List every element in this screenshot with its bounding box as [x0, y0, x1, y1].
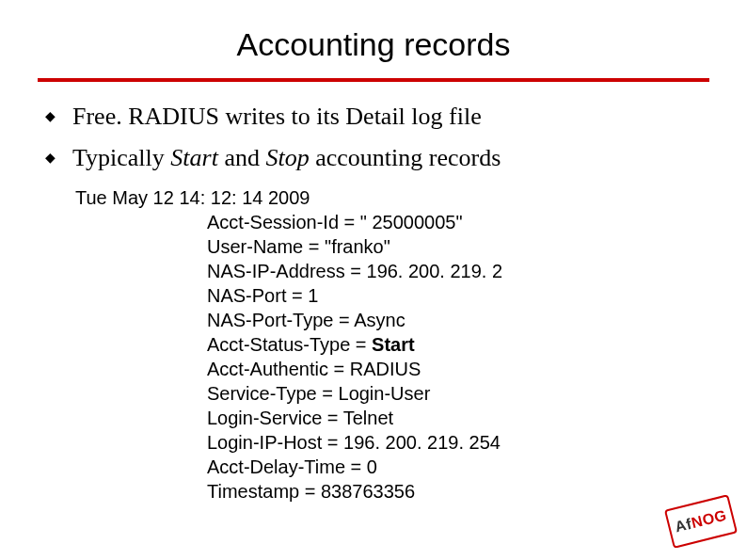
- record-body: Acct-Session-Id = " 25000005" User-Name …: [75, 210, 709, 504]
- bullet2-mid: and: [218, 144, 266, 171]
- bullet-text: Free. RADIUS writes to its Detail log fi…: [72, 103, 482, 131]
- bullet2-start: Start: [170, 144, 218, 171]
- bullet-list: ◆ Free. RADIUS writes to its Detail log …: [38, 103, 709, 172]
- record-line: Login-Service = Telnet: [207, 406, 709, 430]
- record-line: Login-IP-Host = 196. 200. 219. 254: [207, 430, 709, 455]
- bullet-item: ◆ Typically Start and Stop accounting re…: [45, 144, 709, 172]
- bullet2-stop: Stop: [265, 144, 309, 171]
- record-block: Tue May 12 14: 12: 14 2009 Acct-Session-…: [38, 185, 709, 504]
- bullet2-post: accounting records: [310, 144, 501, 171]
- record-line: NAS-Port = 1: [207, 283, 709, 308]
- record-line: Service-Type = Login-User: [207, 381, 709, 406]
- bullet-marker-icon: ◆: [45, 144, 56, 172]
- record-line: Acct-Authentic = RADIUS: [207, 357, 709, 381]
- record-line: Acct-Session-Id = " 25000005": [207, 210, 709, 234]
- slide-title: Accounting records: [38, 26, 709, 63]
- record-line: NAS-IP-Address = 196. 200. 219. 2: [207, 259, 709, 283]
- stamp-nog: NOG: [690, 507, 728, 533]
- bullet-item: ◆ Free. RADIUS writes to its Detail log …: [45, 103, 709, 131]
- record-line-status: Acct-Status-Type = Start: [207, 332, 709, 357]
- status-value: Start: [372, 334, 415, 355]
- slide-content: Accounting records ◆ Free. RADIUS writes…: [0, 0, 747, 504]
- status-prefix: Acct-Status-Type =: [207, 334, 372, 355]
- record-header: Tue May 12 14: 12: 14 2009: [75, 185, 709, 210]
- bullet-marker-icon: ◆: [45, 103, 56, 131]
- bullet-text: Typically Start and Stop accounting reco…: [72, 144, 501, 172]
- record-line: Timestamp = 838763356: [207, 479, 709, 504]
- record-line: User-Name = "franko": [207, 234, 709, 259]
- record-line: NAS-Port-Type = Async: [207, 308, 709, 332]
- title-rule: [38, 78, 709, 82]
- record-line: Acct-Delay-Time = 0: [207, 455, 709, 479]
- bullet2-pre: Typically: [72, 144, 170, 171]
